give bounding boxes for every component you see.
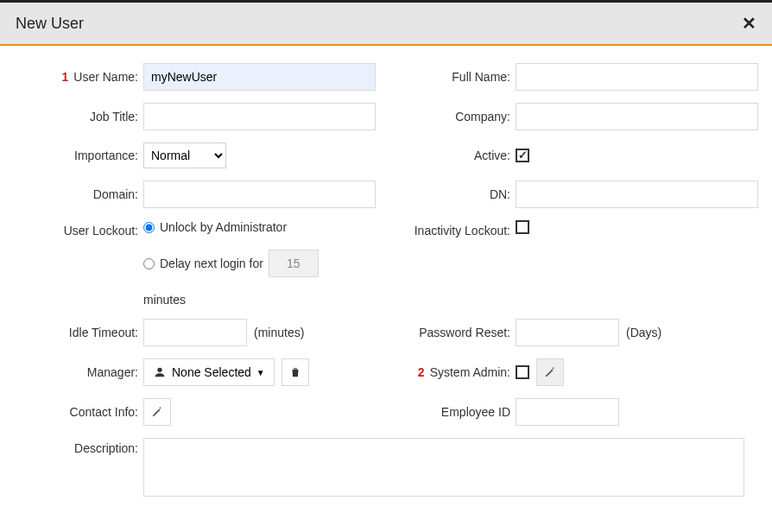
dialog-header: New User ✕: [0, 3, 772, 44]
label-user-lockout: User Lockout:: [14, 220, 143, 238]
label-idle-timeout: Idle Timeout:: [14, 326, 143, 339]
label-manager: Manager:: [14, 365, 143, 379]
manager-clear-button[interactable]: [282, 358, 309, 386]
label-dn: DN:: [386, 187, 516, 201]
importance-select[interactable]: Normal: [143, 142, 226, 168]
contact-info-edit-button[interactable]: [143, 398, 171, 426]
unlock-by-admin-label: Unlock by Administrator: [160, 220, 287, 234]
label-system-admin: 2 System Admin:: [386, 365, 516, 379]
job-title-input[interactable]: [143, 103, 376, 130]
close-icon: ✕: [742, 14, 756, 33]
unlock-by-admin-radio[interactable]: [143, 222, 155, 233]
form-area: 1 User Name: Full Name: Job Title: Compa…: [0, 46, 772, 517]
domain-input[interactable]: [143, 180, 376, 208]
inactivity-lockout-checkbox[interactable]: [516, 220, 529, 234]
password-reset-input[interactable]: [516, 319, 619, 346]
trash-icon: [289, 366, 301, 378]
description-textarea[interactable]: [143, 438, 744, 497]
company-input[interactable]: [516, 103, 758, 130]
label-job-title: Job Title:: [14, 110, 143, 124]
callout-2: 2: [418, 365, 425, 379]
label-full-name: Full Name:: [386, 70, 516, 84]
user-name-input[interactable]: [143, 63, 376, 91]
dialog-title: New User: [16, 15, 84, 33]
close-button[interactable]: ✕: [742, 13, 756, 34]
label-importance: Importance:: [14, 149, 143, 162]
label-user-name: 1 User Name:: [14, 70, 143, 84]
person-icon: [153, 365, 167, 379]
caret-down-icon: ▼: [256, 368, 265, 377]
idle-timeout-input[interactable]: [143, 319, 247, 346]
pencil-icon: [544, 366, 556, 378]
dialog-footer: Save Cancel: [0, 517, 772, 532]
manager-dropdown[interactable]: None Selected ▼: [143, 358, 275, 386]
idle-timeout-suffix: (minutes): [254, 326, 304, 339]
delay-minutes-input[interactable]: [269, 250, 319, 277]
callout-1: 1: [62, 70, 69, 84]
label-company: Company:: [386, 110, 516, 124]
label-contact-info: Contact Info:: [14, 405, 143, 419]
employee-id-input[interactable]: [516, 398, 619, 426]
label-inactivity-lockout: Inactivity Lockout:: [386, 220, 516, 238]
label-password-reset: Password Reset:: [386, 326, 516, 339]
dn-input[interactable]: [516, 180, 758, 208]
delay-login-radio[interactable]: [143, 258, 155, 269]
label-employee-id: Employee ID: [386, 405, 516, 419]
password-reset-suffix: (Days): [626, 326, 661, 339]
delay-login-prefix: Delay next login for: [160, 256, 263, 270]
delay-login-suffix: minutes: [143, 293, 186, 307]
label-active: Active:: [386, 149, 516, 162]
label-description: Description:: [14, 438, 143, 455]
system-admin-edit-button[interactable]: [536, 358, 564, 386]
svg-point-0: [157, 368, 161, 372]
manager-selected-label: None Selected: [172, 365, 251, 379]
system-admin-checkbox[interactable]: [516, 365, 529, 379]
full-name-input[interactable]: [516, 63, 758, 91]
label-domain: Domain:: [14, 187, 143, 201]
pencil-icon: [151, 406, 163, 418]
active-checkbox[interactable]: [516, 149, 529, 162]
